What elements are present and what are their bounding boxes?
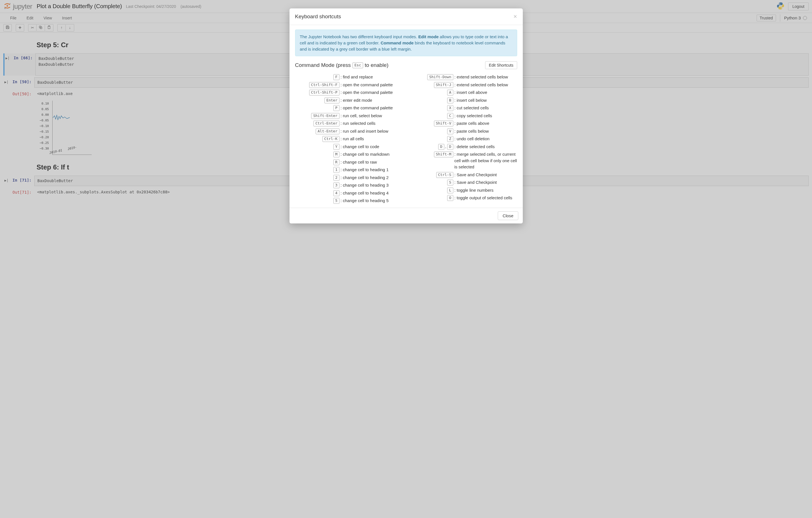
kbd-key: Shift-M: [434, 151, 453, 157]
kbd-key: Z: [447, 136, 453, 142]
shortcut-row: Binsert cell below: [409, 97, 517, 104]
shortcut-keys: 3: [295, 182, 340, 188]
section-title: Command Mode (press Esc to enable): [295, 62, 485, 68]
shortcut-desc: insert cell above: [454, 89, 487, 96]
shortcut-desc: Save and Checkpoint: [454, 179, 497, 186]
shortcut-row: 5change cell to heading 5: [295, 198, 403, 204]
shortcut-keys: 5: [295, 198, 340, 204]
shortcut-row: Alt-Enterrun cell and insert below: [295, 128, 403, 135]
shortcut-row: Ltoggle line numbers: [409, 187, 517, 194]
kbd-key: Ctrl-S: [436, 172, 453, 178]
shortcut-keys: Ctrl-S: [409, 172, 454, 178]
shortcut-keys: 2: [295, 175, 340, 181]
shortcut-row: Mchange cell to markdown: [295, 151, 403, 158]
shortcut-keys: M: [295, 151, 340, 157]
shortcut-row: Ctrl-Shift-Popen the command palette: [295, 89, 403, 96]
kbd-key: Enter: [324, 97, 339, 104]
shortcut-keys: S: [409, 179, 454, 185]
shortcut-row: 2change cell to heading 2: [295, 175, 403, 181]
keyboard-shortcuts-modal: Keyboard shortcuts × The Jupyter Noteboo…: [290, 8, 523, 209]
shortcut-keys: Alt-Enter: [295, 128, 340, 134]
shortcut-desc: copy selected cells: [454, 113, 492, 119]
kbd-key: D: [438, 144, 444, 150]
kbd-key: S: [447, 180, 453, 185]
shortcut-row: SSave and Checkpoint: [409, 179, 517, 186]
shortcut-keys: P: [295, 105, 340, 111]
kbd-key: 3: [334, 182, 340, 188]
shortcut-desc: paste cells above: [454, 120, 489, 127]
shortcut-keys: V: [409, 128, 454, 134]
shortcut-row: Rchange cell to raw: [295, 159, 403, 166]
shortcut-desc: extend selected cells below: [454, 82, 508, 88]
kbd-key: A: [447, 90, 453, 95]
shortcut-desc: change cell to raw: [340, 159, 377, 166]
kbd-key: F: [334, 74, 340, 80]
kbd-key: Ctrl-Enter: [313, 121, 339, 126]
info-box: The Jupyter Notebook has two different k…: [295, 30, 517, 56]
shortcut-keys: D,D: [409, 144, 454, 150]
shortcut-desc: insert cell below: [454, 97, 487, 104]
kbd-key: Y: [334, 144, 340, 150]
modal-body[interactable]: The Jupyter Notebook has two different k…: [290, 25, 523, 208]
shortcut-row: Shift-Jextend selected cells below: [409, 82, 517, 88]
kbd-key: Shift-Enter: [311, 113, 339, 119]
shortcut-keys: Enter: [295, 97, 340, 104]
kbd-key: R: [334, 160, 340, 165]
shortcut-row: Ccopy selected cells: [409, 113, 517, 119]
shortcut-keys: R: [295, 159, 340, 165]
shortcut-row: Popen the command palette: [295, 105, 403, 111]
shortcut-desc: toggle line numbers: [454, 187, 494, 194]
kbd-key: L: [447, 188, 453, 193]
shortcut-keys: 4: [295, 190, 340, 196]
kbd-key: 1: [334, 167, 340, 173]
shortcut-row: Shift-Vpaste cells above: [409, 120, 517, 127]
shortcut-desc: open the command palette: [340, 89, 393, 96]
shortcut-row: Vpaste cells below: [409, 128, 517, 135]
kbd-key: 5: [334, 198, 340, 204]
shortcut-desc: change cell to heading 5: [340, 198, 389, 204]
shortcut-keys: Shift-Enter: [295, 113, 340, 119]
shortcut-row: Shift-Mmerge selected cells, or current …: [409, 151, 517, 170]
kbd-key: V: [447, 128, 453, 134]
shortcut-desc: change cell to heading 3: [340, 182, 389, 189]
shortcut-desc: find and replace: [340, 74, 373, 80]
shortcut-desc: enter edit mode: [340, 97, 372, 104]
shortcut-desc: change cell to markdown: [340, 151, 389, 158]
kbd-key: C: [447, 113, 453, 119]
shortcut-row: Ctrl-Shift-Fopen the command palette: [295, 82, 403, 88]
shortcut-row: Otoggle output of selected cells: [409, 195, 517, 201]
shortcut-desc: open the command palette: [340, 105, 393, 111]
shortcut-keys: B: [409, 97, 454, 104]
shortcut-row: 3change cell to heading 3: [295, 182, 403, 189]
shortcut-row: Xcut selected cells: [409, 105, 517, 111]
edit-shortcuts-button[interactable]: Edit Shortcuts: [485, 61, 517, 69]
shortcut-keys: Ctrl-Shift-P: [295, 89, 340, 95]
shortcut-row: Ctrl-SSave and Checkpoint: [409, 172, 517, 178]
shortcut-keys: Shift-J: [409, 82, 454, 88]
shortcut-row: D,Ddelete selected cells: [409, 144, 517, 150]
shortcut-keys: O: [409, 195, 454, 201]
kbd-key: Ctrl-Shift-F: [309, 82, 340, 88]
shortcut-desc: change cell to heading 4: [340, 190, 389, 197]
kbd-key: Ctrl-K: [322, 136, 340, 142]
shortcut-desc: run selected cells: [340, 120, 376, 127]
shortcut-desc: merge selected cells, or current cell wi…: [454, 151, 517, 170]
kbd-key: O: [447, 195, 453, 201]
shortcut-row: Ctrl-Enterrun selected cells: [295, 120, 403, 127]
shortcut-desc: open the command palette: [340, 82, 393, 88]
shortcut-desc: change cell to heading 1: [340, 167, 389, 173]
shortcut-desc: change cell to heading 2: [340, 175, 389, 181]
shortcut-keys: Ctrl-Shift-F: [295, 82, 340, 88]
shortcut-keys: C: [409, 113, 454, 119]
kbd-key: Shift-V: [434, 121, 453, 126]
modal-close-button[interactable]: ×: [514, 13, 517, 20]
shortcut-desc: paste cells below: [454, 128, 489, 135]
modal-footer: Close: [290, 208, 523, 209]
shortcut-keys: Ctrl-K: [295, 136, 340, 142]
kbd-key: Alt-Enter: [316, 128, 339, 134]
shortcut-keys: L: [409, 187, 454, 193]
shortcut-keys: Shift-Down: [409, 74, 454, 80]
shortcut-keys: Shift-V: [409, 120, 454, 126]
esc-key: Esc: [352, 62, 363, 68]
shortcut-row: Zundo cell deletion: [409, 136, 517, 142]
